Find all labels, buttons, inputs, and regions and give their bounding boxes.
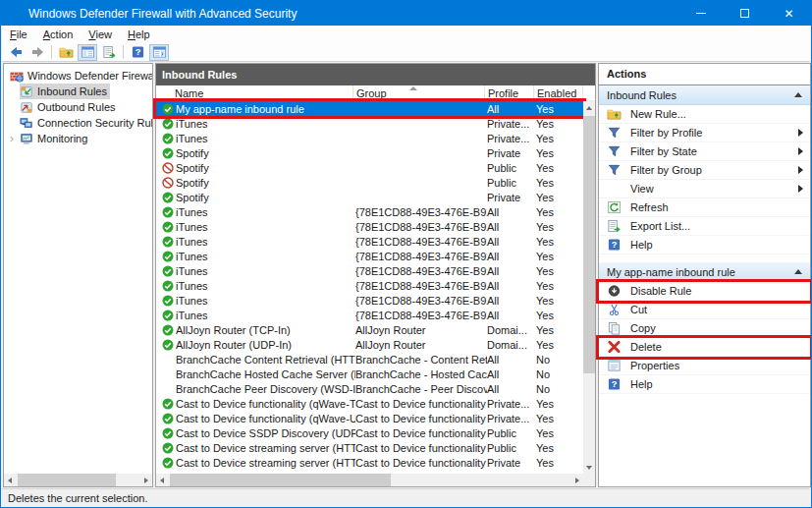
action-item-delete[interactable]: Delete — [599, 338, 810, 357]
column-header-name[interactable]: Name — [156, 85, 353, 100]
action-item-cut[interactable]: Cut — [599, 301, 810, 319]
action-item-filter-by-profile[interactable]: Filter by Profile — [599, 124, 810, 142]
scrollbar-thumb[interactable] — [170, 474, 391, 486]
table-row[interactable]: iTunesPrivate...Yes — [156, 131, 583, 145]
action-item-refresh[interactable]: Refresh — [599, 198, 810, 217]
action-item-view[interactable]: View — [599, 180, 810, 198]
menu-item-file[interactable]: File — [2, 26, 35, 43]
table-row[interactable]: Cast to Device SSDP Discovery (UDP-In)Ca… — [156, 425, 583, 440]
rule-profile-cell: All — [487, 206, 536, 218]
up-folder-icon — [59, 45, 74, 59]
toolbar-button-help[interactable]: ? — [128, 44, 147, 61]
toolbar-button-console-tree[interactable] — [78, 44, 97, 61]
scroll-up-icon[interactable] — [583, 101, 595, 114]
scroll-left-icon[interactable] — [156, 474, 168, 486]
table-row[interactable]: SpotifyPrivateYes — [156, 145, 583, 160]
chevron-up-icon[interactable] — [794, 269, 802, 274]
filter-icon — [607, 144, 622, 158]
action-item-copy[interactable]: Copy — [599, 319, 810, 338]
menu-item-view[interactable]: View — [81, 26, 120, 43]
window-controls: ✕ — [678, 1, 811, 26]
tree-item-outbound-rules[interactable]: Outbound Rules — [4, 99, 152, 115]
menu-item-help[interactable]: Help — [120, 26, 158, 43]
table-row[interactable]: SpotifyPublicYes — [156, 160, 583, 175]
list-horizontal-scrollbar[interactable] — [156, 474, 595, 486]
rule-name-cell: iTunes — [176, 133, 355, 144]
rule-profile-cell: All — [487, 103, 536, 115]
table-row[interactable]: iTunesPrivate...Yes — [156, 116, 583, 131]
toolbar-button-forward[interactable] — [27, 44, 47, 61]
table-row[interactable]: BranchCache Content Retrieval (HTTP-In)B… — [156, 352, 583, 367]
actions-section-header[interactable]: My app-name inbound rule — [599, 262, 810, 282]
svg-text:?: ? — [612, 379, 618, 389]
action-item-label: Disable Rule — [630, 285, 810, 297]
action-item-export-list[interactable]: Export List... — [599, 217, 810, 236]
minimize-button[interactable] — [678, 1, 723, 26]
close-button[interactable]: ✕ — [767, 1, 811, 26]
table-row[interactable]: Cast to Device functionality (qWave-TCP.… — [156, 396, 583, 411]
action-item-help[interactable]: ?Help — [599, 236, 810, 254]
action-item-filter-by-group[interactable]: Filter by Group — [599, 161, 810, 180]
sort-indicator-icon — [409, 86, 417, 90]
rule-name-cell: BranchCache Peer Discovery (WSD-In) — [176, 383, 355, 395]
tree-item-label: Windows Defender Firewall with — [27, 70, 152, 82]
table-row[interactable]: Cast to Device streaming server (HTTP-St… — [156, 455, 583, 470]
rule-group-cell: BranchCache - Peer Discove... — [355, 383, 487, 395]
table-row[interactable]: iTunes{78E1CD88-49E3-476E-B926-...AllYes — [156, 249, 583, 263]
chevron-up-icon[interactable] — [794, 92, 802, 97]
tree-item-connection-security-rules[interactable]: Connection Security Rules — [4, 115, 152, 131]
scrollbar-thumb[interactable] — [583, 116, 595, 373]
expand-chevron-icon[interactable]: › — [4, 132, 20, 145]
scroll-left-icon[interactable] — [4, 474, 16, 486]
column-header-group[interactable]: Group — [353, 85, 485, 100]
table-row[interactable]: iTunes{78E1CD88-49E3-476E-B926-...AllYes — [156, 204, 583, 219]
menu-item-action[interactable]: Action — [35, 26, 81, 43]
rule-enabled-cell: Yes — [536, 147, 583, 159]
tree-horizontal-scrollbar[interactable] — [4, 474, 152, 486]
table-row[interactable]: iTunes{78E1CD88-49E3-476E-B926-...AllYes — [156, 293, 583, 308]
table-row[interactable]: SpotifyPrivateYes — [156, 190, 583, 204]
maximize-button[interactable] — [723, 1, 767, 26]
table-row[interactable]: BranchCache Peer Discovery (WSD-In)Branc… — [156, 381, 583, 396]
actions-section-header[interactable]: Inbound Rules — [599, 85, 810, 105]
toolbar-button-export-list[interactable] — [99, 44, 119, 61]
action-item-help[interactable]: ?Help — [599, 375, 810, 394]
tree-item-windows-defender-firewall-with[interactable]: Windows Defender Firewall with — [4, 68, 152, 84]
rule-enabled-cell: Yes — [536, 442, 583, 454]
action-item-filter-by-state[interactable]: Filter by State — [599, 142, 810, 161]
table-row[interactable]: iTunes{78E1CD88-49E3-476E-B926-...AllYes — [156, 308, 583, 322]
scroll-right-icon[interactable] — [571, 474, 583, 486]
scrollbar-thumb[interactable] — [18, 474, 116, 486]
table-row[interactable]: My app-name inbound ruleAllYes — [156, 101, 583, 116]
table-row[interactable]: Cast to Device streaming server (HTTP-St… — [156, 440, 583, 455]
scroll-down-icon[interactable] — [583, 461, 595, 474]
tree-item-label: Monitoring — [37, 133, 87, 144]
table-row[interactable]: SpotifyPublicYes — [156, 175, 583, 190]
rule-group-cell: {78E1CD88-49E3-476E-B926-... — [355, 310, 487, 321]
table-row[interactable]: iTunes{78E1CD88-49E3-476E-B926-...AllYes — [156, 219, 583, 234]
list-vertical-scrollbar[interactable] — [583, 101, 595, 474]
action-item-new-rule[interactable]: New Rule... — [599, 105, 810, 124]
toolbar-button-back[interactable] — [6, 44, 26, 61]
column-header-enabled[interactable]: Enabled — [534, 85, 583, 100]
table-row[interactable]: iTunes{78E1CD88-49E3-476E-B926-...AllYes — [156, 263, 583, 278]
table-row[interactable]: AllJoyn Router (TCP-In)AllJoyn RouterDom… — [156, 322, 583, 337]
tree-item-inbound-rules[interactable]: Inbound Rules — [4, 84, 152, 99]
rule-profile-cell: Private — [487, 147, 536, 159]
action-item-label: View — [630, 183, 798, 195]
tree-item-monitoring[interactable]: ›Monitoring — [4, 131, 152, 146]
table-row[interactable]: AllJoyn Router (UDP-In)AllJoyn RouterDom… — [156, 337, 583, 352]
column-header-profile[interactable]: Profile — [485, 85, 534, 100]
action-item-properties[interactable]: Properties — [599, 357, 810, 375]
rule-enabled-cell: Yes — [536, 206, 583, 218]
table-row[interactable]: Cast to Device functionality (qWave-UDP.… — [156, 411, 583, 425]
action-item-label: Export List... — [630, 220, 810, 232]
scroll-right-icon[interactable] — [140, 474, 152, 486]
rule-name-cell: Cast to Device SSDP Discovery (UDP-In) — [176, 427, 355, 439]
table-row[interactable]: iTunes{78E1CD88-49E3-476E-B926-...AllYes — [156, 278, 583, 293]
toolbar-button-action-pane[interactable] — [149, 44, 169, 61]
table-row[interactable]: iTunes{78E1CD88-49E3-476E-B926-...AllYes — [156, 234, 583, 249]
toolbar-button-up-folder[interactable] — [56, 44, 76, 61]
action-item-disable-rule[interactable]: Disable Rule — [599, 282, 810, 301]
table-row[interactable]: BranchCache Hosted Cache Server (HTT...B… — [156, 367, 583, 381]
